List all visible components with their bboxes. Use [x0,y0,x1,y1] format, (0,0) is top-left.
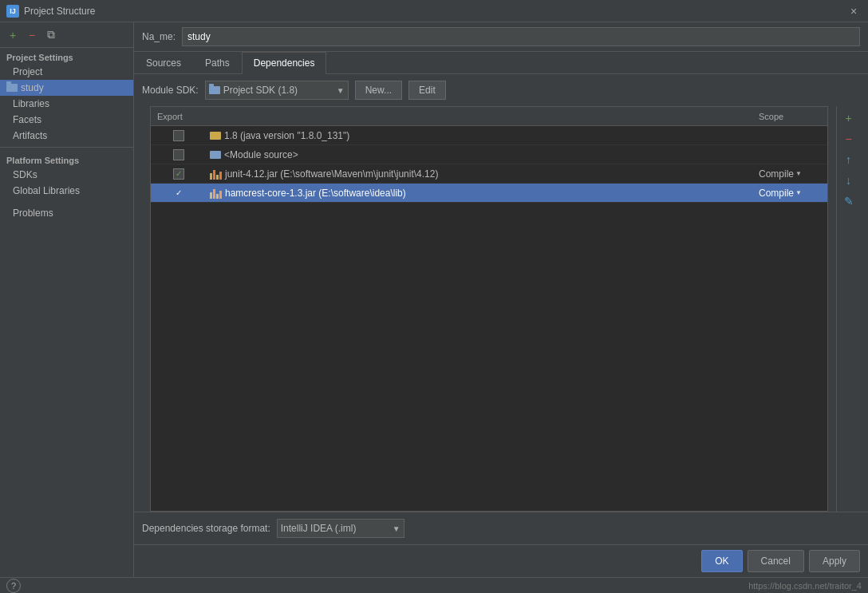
copy-button[interactable]: ⧉ [43,27,59,43]
storage-row: Dependencies storage format: IntelliJ ID… [134,512,868,544]
cancel-button[interactable]: Cancel [748,550,804,572]
remove-button[interactable]: − [24,27,40,43]
dep-name: <Module source> [224,149,298,160]
dep-name: hamcrest-core-1.3.jar (E:\software\idea\… [225,188,406,199]
name-cell: hamcrest-core-1.3.jar (E:\software\idea\… [207,188,756,199]
folder-yellow-icon [210,132,221,140]
sdk-folder-icon [209,86,220,94]
export-checkbox[interactable] [173,130,184,141]
scope-cell[interactable]: Compile ▼ [756,168,827,180]
scope-cell[interactable]: Compile ▼ [756,188,827,199]
edit-sdk-button[interactable]: Edit [408,81,446,100]
app-icon: IJ [6,5,19,18]
platform-settings-header: Platform Settings [0,151,133,167]
sdk-row: Module SDK: Project SDK (1.8) ▼ New... E… [134,74,868,106]
storage-value: IntelliJ IDEA (.iml) [281,523,389,534]
jar-icon [210,188,222,199]
deps-table-body: 1.8 (java version "1.8.0_131") [151,126,827,511]
deps-table-header: Export Scope [151,107,827,126]
export-cell [151,168,207,180]
export-cell [151,130,207,141]
name-input[interactable] [182,27,860,46]
dep-name: junit-4.12.jar (E:\software\Maven\m\juni… [225,168,438,180]
deps-side-buttons: + − ↑ ↓ ✎ [836,106,860,512]
export-col-header: Export [151,112,207,121]
sidebar: + − ⧉ Project Settings Project study Lib… [0,22,134,577]
table-row[interactable]: hamcrest-core-1.3.jar (E:\software\idea\… [151,184,827,203]
content-area: Na_me: Sources Paths Dependencies Module… [134,22,868,577]
sidebar-item-project[interactable]: Project [0,64,133,80]
apply-button[interactable]: Apply [809,550,860,572]
tab-sources[interactable]: Sources [134,52,193,74]
sdk-dropdown-arrow-icon: ▼ [337,86,345,95]
add-dep-button[interactable]: + [840,109,858,127]
name-cell: junit-4.12.jar (E:\software\Maven\m\juni… [207,168,756,180]
sidebar-item-sdks[interactable]: SDKs [0,167,133,183]
storage-dropdown-arrow-icon: ▼ [393,524,400,533]
dialog-title: Project Structure [24,6,846,17]
sdk-value: Project SDK (1.8) [223,85,333,96]
dialog-wrapper: IJ Project Structure × + − ⧉ Project Set… [0,0,868,593]
sidebar-item-problems[interactable]: Problems [0,205,133,221]
main-content: + − ⧉ Project Settings Project study Lib… [0,22,868,577]
close-button[interactable]: × [846,3,862,19]
export-checkbox[interactable] [173,149,184,160]
storage-label: Dependencies storage format: [142,523,270,534]
sidebar-item-facets[interactable]: Facets [0,112,133,128]
deps-container: Export Scope 1.8 (jav [142,106,860,512]
add-button[interactable]: + [5,27,21,43]
new-sdk-button[interactable]: New... [355,81,402,100]
table-row[interactable]: 1.8 (java version "1.8.0_131") [151,126,827,145]
scope-dropdown-arrow-icon[interactable]: ▼ [795,170,802,177]
table-row[interactable]: junit-4.12.jar (E:\software\Maven\m\juni… [151,164,827,184]
scope-dropdown-arrow-icon[interactable]: ▼ [795,189,802,196]
name-cell: <Module source> [207,149,756,160]
sdk-label: Module SDK: [142,85,199,96]
name-label: Na_me: [142,31,176,42]
name-row: Na_me: [134,22,868,52]
folder-blue-icon [210,151,221,159]
project-settings-header: Project Settings [0,48,133,64]
module-folder-icon [6,84,18,92]
sidebar-item-global-libraries[interactable]: Global Libraries [0,183,133,199]
dep-name: 1.8 (java version "1.8.0_131") [224,130,349,141]
tabs-row: Sources Paths Dependencies [134,52,868,74]
export-cell [151,149,207,160]
tab-paths[interactable]: Paths [193,52,242,74]
export-cell [151,188,207,199]
table-row[interactable]: <Module source> [151,145,827,164]
storage-dropdown[interactable]: IntelliJ IDEA (.iml) ▼ [277,519,404,538]
status-url: https://blog.csdn.net/traitor_4 [748,581,862,591]
ok-button[interactable]: OK [701,550,742,572]
move-up-button[interactable]: ↑ [840,151,858,168]
jar-icon [210,168,222,180]
edit-dep-button[interactable]: ✎ [840,192,858,210]
footer-buttons: OK Cancel Apply [134,544,868,577]
sidebar-item-artifacts[interactable]: Artifacts [0,128,133,144]
export-checkbox[interactable] [173,168,184,180]
help-button[interactable]: ? [6,579,21,593]
deps-table: Export Scope 1.8 (jav [150,106,828,512]
divider [0,147,133,148]
move-down-button[interactable]: ↓ [840,172,858,189]
name-cell: 1.8 (java version "1.8.0_131") [207,130,756,141]
sidebar-item-modules[interactable]: study [0,80,133,96]
sidebar-toolbar: + − ⧉ [0,22,133,48]
export-checkbox[interactable] [173,188,184,199]
title-bar: IJ Project Structure × [0,0,868,22]
scope-col-header: Scope [756,112,827,121]
status-bar: ? https://blog.csdn.net/traitor_4 [0,577,868,593]
sdk-dropdown[interactable]: Project SDK (1.8) ▼ [205,81,349,100]
remove-dep-button[interactable]: − [840,130,858,148]
tab-dependencies[interactable]: Dependencies [242,52,327,74]
sidebar-item-libraries[interactable]: Libraries [0,96,133,112]
